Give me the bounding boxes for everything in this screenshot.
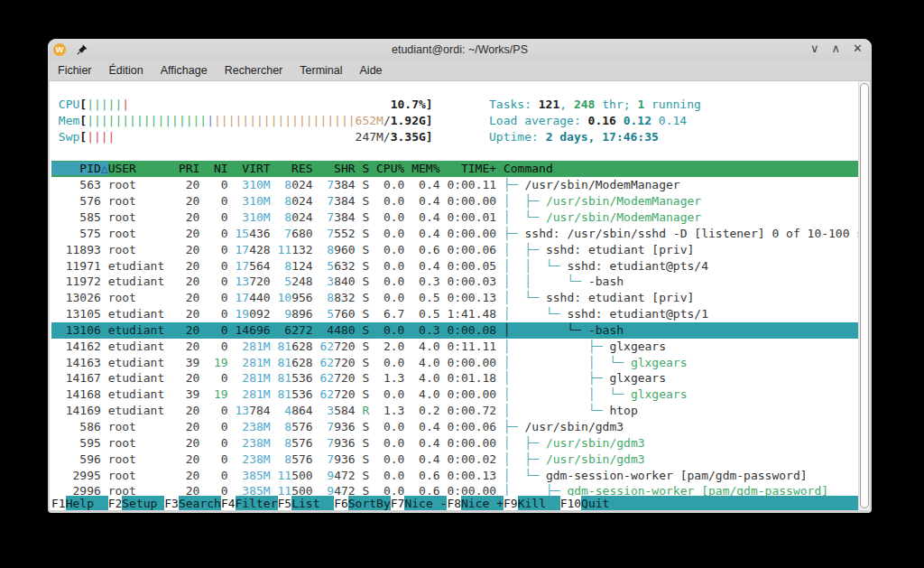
process-row[interactable]: 14169 etudiant 20 0 13784 4864 3584 R 1.… [51, 403, 858, 419]
process-row[interactable]: 576 root 20 0 310M 8024 7384 S 0.0 0.4 0… [51, 193, 858, 210]
menu-item-dition[interactable]: Édition [109, 64, 143, 77]
cell-pri: 20 [179, 178, 207, 191]
cell-state: S [362, 291, 376, 304]
cell-cpu: 0.0 [376, 227, 411, 240]
cell-mem: 0.2 [411, 404, 447, 417]
cell-user: etudiant [108, 259, 179, 273]
cpu-meter-label: CPU [51, 98, 79, 111]
cpu-meter-value: 10.7% [391, 98, 426, 111]
process-row-selected[interactable]: 13106 etudiant 20 0 14696 6272 4480 S 0.… [51, 322, 858, 339]
menu-item-aide[interactable]: Aide [360, 64, 383, 77]
f10-quit-button[interactable]: Quit [581, 496, 624, 510]
f8-nice-button[interactable]: Nice + [461, 496, 504, 510]
cell-command: sshd: /usr/sbin/sshd -D [listener] 0 of … [524, 227, 858, 240]
title-bar[interactable]: W etudiant@ordi: ~/Works/PS ∨ ∧ ✕ [48, 39, 872, 61]
cell-command: sshd: etudiant@pts/1 [567, 307, 708, 321]
cell-user: root [108, 452, 179, 466]
process-row[interactable]: 595 root 20 0 238M 8576 7936 S 0.0 0.4 0… [51, 435, 858, 452]
f7-nice-button[interactable]: Nice - [404, 496, 447, 510]
cell-cpu: 0.0 [376, 259, 411, 273]
cell-time: 0:00.11 [447, 178, 504, 191]
cell-user: root [108, 178, 179, 191]
f9-kill-button[interactable]: Kill [518, 496, 560, 510]
column-header-pid[interactable]: PID△ [51, 162, 108, 175]
menu-item-fichier[interactable]: Fichier [58, 64, 92, 77]
cell-state: S [362, 243, 376, 256]
cell-pri: 20 [179, 420, 207, 433]
process-row[interactable]: 14162 etudiant 20 0 281M 81628 62720 S 2… [51, 339, 858, 355]
cell-cpu: 0.0 [376, 452, 411, 466]
f5-list-button[interactable]: List [291, 496, 334, 510]
sort-arrow-icon: △ [101, 162, 108, 175]
cell-mem: 0.4 [411, 194, 447, 208]
tree-branch: ├─ [504, 227, 524, 240]
mem-meter-value: 652M [356, 114, 383, 127]
cell-ni: 0 [207, 307, 235, 321]
process-row[interactable]: 585 root 20 0 310M 8024 7384 S 0.0 0.4 0… [51, 210, 858, 226]
tree-branch: │ ├─ [504, 340, 609, 353]
cell-user: root [108, 194, 179, 208]
f3-search-button[interactable]: Search [179, 496, 221, 510]
cell-mem: 0.6 [411, 243, 447, 256]
cell-pid: 14168 [51, 387, 108, 401]
process-row[interactable]: 563 root 20 0 310M 8024 7384 S 0.0 0.4 0… [51, 177, 858, 193]
tree-branch: │ │ └─ [504, 356, 631, 369]
f2-key: F2 [108, 496, 123, 510]
cell-user: etudiant [108, 404, 179, 417]
cell-cpu: 6.7 [376, 307, 411, 321]
process-row[interactable]: 14163 etudiant 39 19 281M 81628 62720 S … [51, 355, 858, 371]
column-headers[interactable]: USER PRI NI VIRT RES SHR S CPU% MEM% TIM… [108, 162, 553, 175]
cell-time: 0:11.11 [447, 340, 504, 353]
cell-pid: 575 [51, 227, 108, 240]
close-button[interactable]: ✕ [853, 42, 863, 55]
process-row[interactable]: 11893 root 20 0 17428 11132 8960 S 0.0 0… [51, 242, 858, 258]
f4-filter-button[interactable]: Filter [236, 496, 278, 510]
cell-pri: 20 [179, 275, 207, 288]
tree-branch: ├─ [504, 420, 524, 433]
process-row[interactable]: 11971 etudiant 20 0 17564 8124 5632 S 0.… [51, 258, 858, 275]
app-icon: W [53, 43, 66, 56]
cell-command: -bash [588, 275, 624, 288]
process-row[interactable]: 575 root 20 0 15436 7680 7552 S 0.0 0.4 … [51, 226, 858, 242]
cell-user: etudiant [108, 307, 179, 321]
terminal-area: CPU[|||||| 10.7%]Tasks: 121, 248 thr; 1 … [50, 81, 870, 510]
cell-ni: 0 [207, 210, 235, 224]
process-row[interactable]: 13026 root 20 0 17440 10956 8832 S 0.0 0… [51, 290, 858, 306]
cell-user: etudiant [108, 323, 179, 337]
cell-mem: 0.4 [411, 436, 447, 450]
process-row[interactable]: 13105 etudiant 20 0 19092 9896 5760 S 6.… [51, 306, 858, 322]
cell-pid: 596 [51, 452, 108, 466]
cell-cpu: 0.0 [376, 436, 411, 450]
minimize-button[interactable]: ∨ [810, 42, 819, 55]
process-row[interactable]: 11972 etudiant 20 0 13720 5248 3840 S 0.… [51, 274, 858, 290]
tree-branch: │ │ └─ [504, 259, 567, 273]
menu-item-terminal[interactable]: Terminal [300, 64, 342, 77]
terminal-screen[interactable]: CPU[|||||| 10.7%]Tasks: 121, 248 thr; 1 … [51, 81, 858, 510]
process-row[interactable]: 586 root 20 0 238M 8576 7936 S 0.0 0.4 0… [51, 419, 858, 435]
cell-command: sshd: etudiant@pts/4 [567, 259, 708, 273]
cell-time: 0:00.05 [447, 259, 504, 273]
cell-command: -bash [588, 323, 624, 337]
cell-mem: 0.5 [411, 291, 447, 304]
tree-branch: │ └─ [504, 469, 546, 482]
cell-time: 0:00.00 [447, 436, 504, 450]
f6-sortby-button[interactable]: SortBy [348, 496, 391, 510]
cell-cpu: 0.0 [376, 387, 411, 401]
cell-command: /usr/sbin/gdm3 [546, 452, 645, 466]
f1-help-button[interactable]: Help [66, 496, 108, 510]
scrollbar[interactable] [858, 81, 870, 510]
cell-pri: 20 [179, 436, 207, 450]
f2-setup-button[interactable]: Setup [122, 496, 164, 510]
cell-ni: 19 [207, 356, 235, 369]
menu-item-rechercher[interactable]: Rechercher [225, 64, 283, 77]
process-row[interactable]: 596 root 20 0 238M 8576 7936 S 0.0 0.4 0… [51, 452, 858, 468]
cell-pri: 20 [179, 291, 207, 304]
menu-item-affichage[interactable]: Affichage [161, 64, 208, 77]
cell-pid: 11972 [51, 275, 108, 288]
maximize-button[interactable]: ∧ [832, 42, 841, 55]
process-row[interactable]: 2995 root 20 0 385M 11500 9472 S 0.0 0.6… [51, 468, 858, 484]
scrollbar-thumb[interactable] [860, 83, 869, 508]
process-row[interactable]: 14167 etudiant 20 0 281M 81536 62720 S 1… [51, 370, 858, 386]
cell-pri: 20 [179, 307, 207, 321]
process-row[interactable]: 14168 etudiant 39 19 281M 81536 62720 S … [51, 386, 858, 403]
